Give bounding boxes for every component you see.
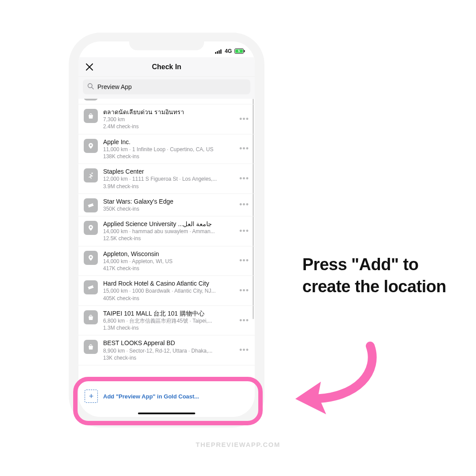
list-item[interactable]: Star Wars: Galaxy's Edge 350K check-ins …	[78, 194, 255, 216]
watermark: THEPREVIEWAPP.COM	[0, 441, 476, 448]
status-bar: 4G	[78, 41, 255, 57]
list-item-title: Apple Inc.	[103, 138, 234, 146]
bag-icon	[84, 109, 98, 123]
list-item-checkins: 405K check-ins	[103, 295, 234, 302]
nav-bar: Check In	[78, 57, 255, 77]
svg-line-8	[92, 87, 93, 89]
list-item-checkins: 138K check-ins	[103, 153, 234, 160]
list-item[interactable]: Staples Center 12,000 km · 1111 S Figuer…	[78, 164, 255, 194]
annotation-arrow-icon	[286, 339, 388, 419]
svg-rect-0	[215, 52, 216, 54]
svg-point-12	[91, 173, 93, 174]
list-item-checkins: 417K check-ins	[103, 265, 234, 272]
more-button[interactable]: •••	[239, 174, 249, 183]
list-item-title: BEST LOOKS Apperal BD	[103, 339, 234, 347]
more-button[interactable]: •••	[239, 256, 249, 265]
list-item-sub: 8,900 km · Sector-12, Rd-12, Uttara · Dh…	[103, 347, 234, 354]
list-item[interactable]: 6,200 km · 78 Airport Boulevard · Singap…	[78, 99, 255, 104]
list-item-title: Staples Center	[103, 167, 234, 175]
list-item[interactable]: Hard Rock Hotel & Casino Atlantic City 1…	[78, 276, 255, 306]
ticket-icon	[84, 198, 98, 212]
more-button[interactable]: •••	[239, 227, 249, 236]
list-item-title: Applied Science University ...جامعة العل	[103, 220, 234, 228]
more-button[interactable]: •••	[239, 144, 249, 153]
svg-rect-2	[219, 50, 220, 54]
ticket-icon	[84, 280, 98, 294]
close-button[interactable]	[85, 62, 94, 72]
list-item-title: Appleton, Wisconsin	[103, 250, 234, 258]
list-item-checkins: 3.9M check-ins	[103, 183, 234, 190]
list-item[interactable]: Appleton, Wisconsin 14,000 km · Appleton…	[78, 246, 255, 276]
more-button[interactable]: •••	[239, 316, 249, 325]
list-item-sub: 15,000 km · 1000 Boardwalk · Atlantic Ci…	[103, 287, 234, 294]
more-button[interactable]: •••	[239, 200, 249, 209]
more-button[interactable]: •••	[239, 115, 249, 124]
pin-icon	[84, 251, 98, 265]
suitcase-icon	[84, 99, 98, 100]
list-item[interactable]: TAIPEI 101 MALL 台北 101 購物中心 6,800 km · 台…	[78, 306, 255, 336]
screen: 4G Check In	[78, 41, 255, 417]
more-button[interactable]: •••	[239, 346, 249, 355]
search-icon	[87, 83, 94, 91]
location-list[interactable]: 6,200 km · 78 Airport Boulevard · Singap…	[78, 99, 255, 388]
signal-icon	[215, 49, 222, 54]
list-item-title: ตลาดนัดเลียบด่วน รามอินทรา	[103, 108, 234, 116]
phone-mockup: 4G Check In	[75, 39, 258, 421]
list-item-sub: 12,000 km · 1111 S Figueroa St · Los Ang…	[103, 175, 234, 182]
list-item-checkins: 2.4M check-ins	[103, 123, 234, 130]
list-item[interactable]: BEST LOOKS Apperal BD 8,900 km · Sector-…	[78, 335, 255, 365]
search-wrap	[78, 77, 255, 99]
battery-charging-icon	[234, 48, 245, 54]
page-title: Check In	[152, 63, 182, 71]
svg-rect-1	[217, 51, 218, 54]
add-location-label: Add "Preview App" in Gold Coast...	[103, 393, 199, 400]
add-location-button[interactable]: + Add "Preview App" in Gold Coast...	[78, 383, 255, 409]
activity-icon	[84, 168, 98, 182]
list-item-checkins: 13K check-ins	[103, 354, 234, 361]
list-item[interactable]: Applied Science University ...جامعة العل…	[78, 216, 255, 246]
svg-point-13	[90, 227, 92, 228]
plus-icon: +	[85, 390, 98, 403]
list-item-sub: 6,800 km · 台北市信義區市府路45號 · Taipei,...	[103, 317, 234, 324]
network-label: 4G	[225, 48, 232, 54]
list-item-sub: 14,000 km · hammad abu suwaylem · Amman.…	[103, 228, 234, 235]
list-item-title: Hard Rock Hotel & Casino Atlantic City	[103, 279, 234, 287]
search-input[interactable]	[97, 83, 246, 90]
bag-icon	[84, 310, 98, 324]
pin-icon	[84, 139, 98, 153]
svg-rect-3	[220, 49, 222, 54]
list-item[interactable]: ตลาดนัดเลียบด่วน รามอินทรา 7,300 km 2.4M…	[78, 104, 255, 134]
list-item-checkins: 12.5K check-ins	[103, 235, 234, 242]
list-item-sub: 11,000 km · 1 Infinite Loop · Cupertino,…	[103, 146, 234, 153]
svg-point-11	[90, 144, 92, 146]
svg-rect-6	[244, 50, 245, 52]
list-item-sub: 350K check-ins	[103, 205, 234, 212]
more-button[interactable]: •••	[239, 286, 249, 295]
pin-icon	[84, 221, 98, 235]
list-item-checkins: 608K check-ins	[103, 99, 234, 100]
annotation-text: Press "Add" to create the location	[302, 253, 461, 298]
list-item-title: Star Wars: Galaxy's Edge	[103, 197, 234, 205]
svg-point-14	[90, 256, 92, 258]
list-item[interactable]: Apple Inc. 11,000 km · 1 Infinite Loop ·…	[78, 134, 255, 164]
bag-icon	[84, 340, 98, 354]
list-item-sub: 7,300 km	[103, 116, 234, 123]
list-item-title: TAIPEI 101 MALL 台北 101 購物中心	[103, 309, 234, 317]
list-item-checkins: 1.3M check-ins	[103, 324, 234, 331]
list-item-sub: 14,000 km · Appleton, WI, US	[103, 258, 234, 265]
search-field[interactable]	[83, 79, 250, 94]
home-indicator[interactable]	[138, 413, 195, 414]
